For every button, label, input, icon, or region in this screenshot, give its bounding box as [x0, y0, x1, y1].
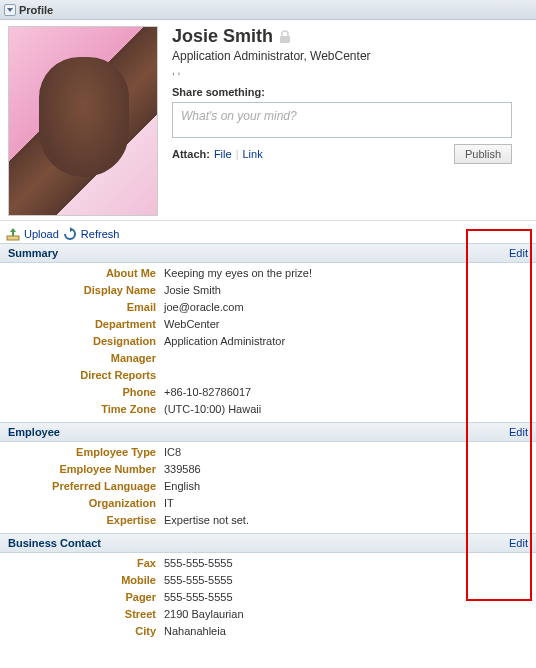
attach-label: Attach:	[172, 148, 210, 160]
department-value: WebCenter	[160, 317, 536, 332]
summary-header: Summary Edit	[0, 243, 536, 263]
svg-rect-1	[7, 236, 19, 240]
city-label: City	[0, 624, 160, 639]
direct-reports-value	[160, 368, 536, 383]
photo-toolbar: Upload Refresh	[0, 221, 536, 243]
person-dots: , ,	[172, 65, 528, 76]
expertise-value: Expertise not set.	[160, 513, 536, 528]
preferred-language-value: English	[160, 479, 536, 494]
employee-body: Employee TypeIC8 Employee Number339586 P…	[0, 442, 536, 533]
profile-top: Josie Smith Application Administrator, W…	[0, 20, 536, 221]
about-me-label: About Me	[0, 266, 160, 281]
business-edit-link[interactable]: Edit	[509, 537, 528, 549]
lock-icon	[279, 30, 291, 44]
pager-value: 555-555-5555	[160, 590, 536, 605]
attach-file-link[interactable]: File	[214, 148, 232, 160]
fax-label: Fax	[0, 556, 160, 571]
designation-value: Application Administrator	[160, 334, 536, 349]
upload-icon	[6, 227, 20, 241]
panel-title: Profile	[19, 4, 53, 16]
share-input[interactable]: What's on your mind?	[172, 102, 512, 138]
organization-label: Organization	[0, 496, 160, 511]
organization-value: IT	[160, 496, 536, 511]
fax-value: 555-555-5555	[160, 556, 536, 571]
employee-header: Employee Edit	[0, 422, 536, 442]
upload-link[interactable]: Upload	[24, 228, 59, 240]
display-name-label: Display Name	[0, 283, 160, 298]
employee-edit-link[interactable]: Edit	[509, 426, 528, 438]
email-label: Email	[0, 300, 160, 315]
publish-button[interactable]: Publish	[454, 144, 512, 164]
refresh-icon	[63, 227, 77, 241]
summary-body: About MeKeeping my eyes on the prize! Di…	[0, 263, 536, 422]
share-label: Share something:	[172, 86, 528, 98]
photo-face	[39, 57, 129, 177]
panel-header: Profile	[0, 0, 536, 20]
street-value: 2190 Baylaurian	[160, 607, 536, 622]
employee-type-label: Employee Type	[0, 445, 160, 460]
display-name-value: Josie Smith	[160, 283, 536, 298]
expertise-label: Expertise	[0, 513, 160, 528]
mobile-label: Mobile	[0, 573, 160, 588]
pager-label: Pager	[0, 590, 160, 605]
refresh-link[interactable]: Refresh	[81, 228, 120, 240]
email-value: joe@oracle.com	[160, 300, 536, 315]
disclosure-toggle-icon[interactable]	[4, 4, 16, 16]
profile-top-right: Josie Smith Application Administrator, W…	[158, 26, 528, 216]
timezone-label: Time Zone	[0, 402, 160, 417]
mobile-value: 555-555-5555	[160, 573, 536, 588]
preferred-language-label: Preferred Language	[0, 479, 160, 494]
attach-row: Attach: File | Link Publish	[172, 144, 512, 164]
person-role: Application Administrator, WebCenter	[172, 49, 528, 63]
street-label: Street	[0, 607, 160, 622]
attach-link-link[interactable]: Link	[242, 148, 262, 160]
employee-number-label: Employee Number	[0, 462, 160, 477]
city-value: Nahanahleia	[160, 624, 536, 639]
direct-reports-label: Direct Reports	[0, 368, 160, 383]
attach-separator: |	[236, 148, 239, 160]
manager-value	[160, 351, 536, 366]
about-me-value: Keeping my eyes on the prize!	[160, 266, 536, 281]
employee-number-value: 339586	[160, 462, 536, 477]
timezone-value: (UTC-10:00) Hawaii	[160, 402, 536, 417]
manager-label: Manager	[0, 351, 160, 366]
phone-value: +86-10-82786017	[160, 385, 536, 400]
employee-title: Employee	[8, 426, 60, 438]
summary-edit-link[interactable]: Edit	[509, 247, 528, 259]
employee-type-value: IC8	[160, 445, 536, 460]
phone-label: Phone	[0, 385, 160, 400]
business-title: Business Contact	[8, 537, 101, 549]
designation-label: Designation	[0, 334, 160, 349]
person-name: Josie Smith	[172, 26, 273, 47]
business-header: Business Contact Edit	[0, 533, 536, 553]
svg-rect-0	[280, 36, 290, 43]
summary-title: Summary	[8, 247, 58, 259]
department-label: Department	[0, 317, 160, 332]
profile-photo	[8, 26, 158, 216]
business-body: Fax555-555-5555 Mobile555-555-5555 Pager…	[0, 553, 536, 644]
